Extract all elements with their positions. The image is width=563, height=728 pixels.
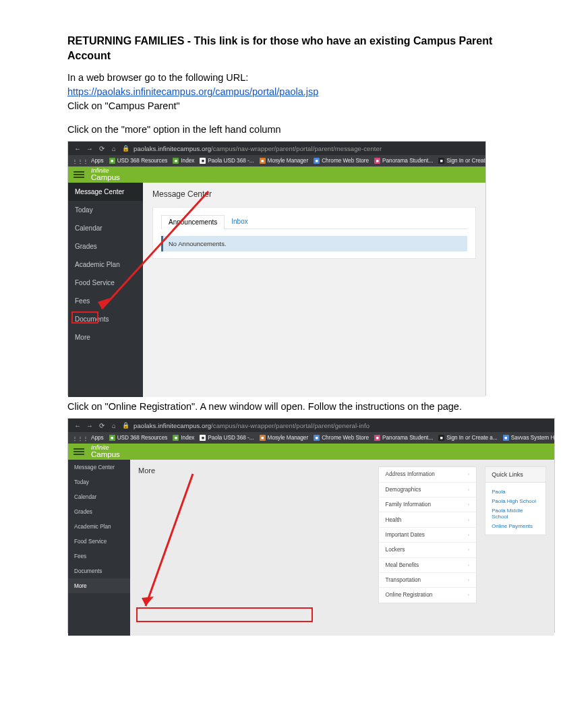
quicklink-paola-middle-school[interactable]: Paola Middle School bbox=[492, 506, 539, 521]
more-options-list: Address Information›Demographics›Family … bbox=[378, 466, 477, 603]
sidebar-item-more[interactable]: More bbox=[68, 578, 130, 593]
more-row-lockers[interactable]: Lockers› bbox=[379, 543, 477, 557]
sidebar-item-message-center[interactable]: Message Center bbox=[68, 183, 143, 201]
more-row-online-registration[interactable]: Online Registration› bbox=[379, 588, 477, 602]
row-label: Lockers bbox=[386, 547, 405, 553]
step-more: Click on the "more" option in the left h… bbox=[67, 123, 523, 137]
tab-inbox[interactable]: Inbox bbox=[225, 215, 254, 229]
sidebar-item-academic-plan[interactable]: Academic Plan bbox=[68, 519, 130, 534]
quicklink-online-payments[interactable]: Online Payments bbox=[492, 521, 539, 530]
row-label: Address Information bbox=[386, 471, 435, 477]
bookmark-item[interactable]: ■USD 368 Resources bbox=[109, 435, 168, 441]
more-row-transportation[interactable]: Transportation› bbox=[379, 573, 477, 588]
bookmark-item[interactable]: ■Paola USD 368 -... bbox=[200, 435, 254, 441]
forward-icon[interactable]: → bbox=[86, 421, 94, 429]
bookmark-icon: ■ bbox=[438, 158, 444, 164]
chevron-right-icon: › bbox=[467, 592, 469, 598]
bookmark-icon: ■ bbox=[314, 435, 320, 441]
sidebar-item-today[interactable]: Today bbox=[68, 475, 130, 489]
bookmark-label: Chrome Web Store bbox=[322, 158, 369, 164]
bookmark-label: Paola USD 368 -... bbox=[208, 158, 254, 164]
no-announcements-message: No Announcements. bbox=[161, 236, 467, 251]
content-area: Message Center Announcements Inbox No An… bbox=[143, 183, 485, 397]
home-icon[interactable]: ⌂ bbox=[110, 421, 118, 429]
chevron-right-icon: › bbox=[467, 532, 469, 538]
bookmark-item[interactable]: ■Panorama Student... bbox=[374, 435, 433, 441]
more-row-address-information[interactable]: Address Information› bbox=[379, 467, 477, 482]
sidebar: Message CenterTodayCalendarGradesAcademi… bbox=[68, 183, 143, 397]
row-label: Demographics bbox=[386, 487, 421, 493]
lock-icon: 🔒 bbox=[122, 145, 129, 152]
bookmark-label: Chrome Web Store bbox=[322, 435, 369, 441]
url-text: paolaks.infinitecampus.org/campus/nav-wr… bbox=[134, 422, 369, 429]
sidebar-item-today[interactable]: Today bbox=[68, 201, 143, 219]
screenshot-more-page: ← → ⟳ ⌂ 🔒 paolaks.infinitecampus.org/cam… bbox=[67, 418, 555, 633]
bookmark-icon: ■ bbox=[260, 158, 266, 164]
chevron-right-icon: › bbox=[467, 577, 469, 583]
bookmark-item[interactable]: ■USD 368 Resources bbox=[109, 158, 168, 164]
more-row-important-dates[interactable]: Important Dates› bbox=[379, 528, 477, 543]
apps-button[interactable]: ⋮⋮⋮Apps bbox=[72, 435, 104, 442]
back-icon[interactable]: ← bbox=[73, 421, 82, 429]
bookmark-item[interactable]: ■Sign In or Create a... bbox=[438, 435, 498, 441]
sidebar-item-food-service[interactable]: Food Service bbox=[68, 274, 143, 292]
more-row-family-information[interactable]: Family Information› bbox=[379, 497, 477, 512]
app-logo: InfiniteCampus bbox=[91, 168, 120, 182]
hamburger-icon[interactable] bbox=[73, 171, 84, 178]
reload-icon[interactable]: ⟳ bbox=[98, 144, 106, 152]
browser-urlbar: ← → ⟳ ⌂ 🔒 paolaks.infinitecampus.org/cam… bbox=[68, 419, 554, 432]
bookmark-icon: ■ bbox=[503, 435, 509, 441]
chevron-right-icon: › bbox=[467, 517, 469, 523]
row-label: Health bbox=[386, 517, 402, 523]
bookmark-item[interactable]: ■Paola USD 368 -... bbox=[200, 158, 254, 164]
bookmark-item[interactable]: ■Mosyle Manager bbox=[260, 158, 309, 164]
chevron-right-icon: › bbox=[467, 562, 469, 568]
highlight-more bbox=[71, 311, 98, 324]
bookmark-item[interactable]: ■Chrome Web Store bbox=[314, 158, 369, 164]
chevron-right-icon: › bbox=[467, 487, 469, 493]
bookmark-item[interactable]: ■Sign In or Create a... bbox=[438, 158, 485, 164]
forward-icon[interactable]: → bbox=[86, 144, 94, 152]
row-label: Meal Benefits bbox=[386, 562, 419, 568]
reload-icon[interactable]: ⟳ bbox=[98, 421, 106, 429]
quicklink-paola[interactable]: Paola bbox=[492, 487, 539, 496]
sidebar-item-calendar[interactable]: Calendar bbox=[68, 219, 143, 237]
quicklink-paola-high-school[interactable]: Paola High School bbox=[492, 496, 539, 506]
sidebar-item-food-service[interactable]: Food Service bbox=[68, 534, 130, 549]
hamburger-icon[interactable] bbox=[73, 448, 84, 455]
step-online-registration: Click on "Online Registration". A new wi… bbox=[67, 400, 523, 414]
bookmark-item[interactable]: ■Savvas System H... bbox=[503, 435, 554, 441]
bookmark-item[interactable]: ■Mosyle Manager bbox=[260, 435, 309, 441]
bookmarks-bar: ⋮⋮⋮Apps ■USD 368 Resources ■Index ■Paola… bbox=[68, 155, 485, 166]
home-icon[interactable]: ⌂ bbox=[110, 144, 118, 152]
bookmark-icon: ■ bbox=[173, 158, 179, 164]
row-label: Transportation bbox=[386, 577, 421, 583]
sidebar-item-message-center[interactable]: Message Center bbox=[68, 460, 130, 475]
tab-announcements[interactable]: Announcements bbox=[161, 215, 225, 229]
intro-line-1: In a web browser go to the following URL… bbox=[67, 71, 523, 85]
url-text: paolaks.infinitecampus.org/campus/nav-wr… bbox=[134, 145, 382, 152]
sidebar-item-academic-plan[interactable]: Academic Plan bbox=[68, 255, 143, 274]
sidebar-item-fees[interactable]: Fees bbox=[68, 292, 143, 310]
sidebar-item-grades[interactable]: Grades bbox=[68, 504, 130, 519]
apps-button[interactable]: ⋮⋮⋮Apps bbox=[72, 158, 104, 164]
sidebar-item-documents[interactable]: Documents bbox=[68, 564, 130, 578]
more-row-meal-benefits[interactable]: Meal Benefits› bbox=[379, 558, 477, 573]
sidebar-item-calendar[interactable]: Calendar bbox=[68, 489, 130, 504]
chevron-right-icon: › bbox=[467, 471, 469, 477]
more-row-health[interactable]: Health› bbox=[379, 512, 477, 527]
more-row-demographics[interactable]: Demographics› bbox=[379, 483, 477, 497]
bookmark-item[interactable]: ■Index bbox=[173, 158, 194, 164]
bookmark-icon: ■ bbox=[109, 158, 115, 164]
sidebar-item-fees[interactable]: Fees bbox=[68, 549, 130, 564]
sidebar-item-more[interactable]: More bbox=[68, 328, 143, 346]
bookmark-icon: ■ bbox=[173, 435, 179, 441]
bookmark-item[interactable]: ■Index bbox=[173, 435, 194, 441]
bookmark-item[interactable]: ■Chrome Web Store bbox=[314, 435, 369, 441]
bookmark-label: USD 368 Resources bbox=[117, 158, 168, 164]
bookmark-item[interactable]: ■Panorama Student... bbox=[374, 158, 433, 164]
back-icon[interactable]: ← bbox=[73, 144, 82, 152]
portal-link[interactable]: https://paolaks.infinitecampus.org/campu… bbox=[67, 86, 318, 97]
sidebar-item-grades[interactable]: Grades bbox=[68, 237, 143, 255]
bookmark-label: Sign In or Create a... bbox=[446, 158, 485, 164]
